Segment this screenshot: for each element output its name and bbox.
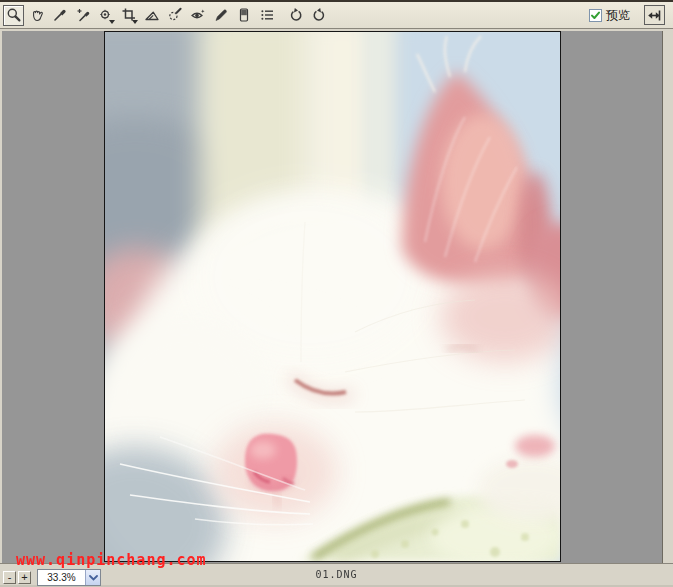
rotate-right-button[interactable]	[308, 5, 329, 26]
crop-tool-button[interactable]	[118, 5, 139, 26]
rotate-cw-icon	[311, 7, 327, 23]
dropdown-arrow-icon	[132, 20, 138, 24]
hand-icon	[29, 7, 45, 23]
adjustment-brush-tool-button[interactable]	[210, 5, 231, 26]
preferences-button[interactable]	[256, 5, 277, 26]
preview-label: 预览	[606, 7, 630, 24]
magnifier-icon	[6, 7, 22, 23]
dropdown-arrow-icon	[109, 20, 115, 24]
color-sampler-tool-button[interactable]	[72, 5, 93, 26]
straighten-tool-button[interactable]	[141, 5, 162, 26]
hand-tool-button[interactable]	[26, 5, 47, 26]
toolbar: 预览	[0, 0, 673, 29]
watermark: www.qinpinchang.com	[16, 551, 207, 569]
white-balance-tool-button[interactable]	[49, 5, 70, 26]
graduated-filter-icon	[236, 7, 252, 23]
targeted-adjustment-tool-button[interactable]	[95, 5, 116, 26]
preview-checkbox[interactable]	[589, 9, 602, 22]
preview-group: 预览	[589, 7, 630, 24]
camera-raw-window: 预览	[0, 0, 673, 587]
photo-preview[interactable]	[104, 31, 561, 562]
preview-canvas	[2, 31, 663, 563]
toggle-fullscreen-button[interactable]	[644, 5, 665, 25]
straighten-icon	[144, 7, 160, 23]
preferences-list-icon	[259, 7, 275, 23]
zoom-tool-button[interactable]	[3, 5, 24, 26]
red-eye-icon	[190, 7, 206, 23]
eyedropper-icon	[52, 7, 68, 23]
rotate-left-button[interactable]	[285, 5, 306, 26]
spot-removal-icon	[167, 7, 183, 23]
kitten-photo	[105, 32, 560, 561]
brush-icon	[213, 7, 229, 23]
color-sampler-icon	[75, 7, 91, 23]
red-eye-removal-tool-button[interactable]	[187, 5, 208, 26]
rotate-ccw-icon	[288, 7, 304, 23]
toggle-fullscreen-icon	[647, 9, 662, 22]
checkmark-icon	[590, 10, 601, 21]
spot-removal-tool-button[interactable]	[164, 5, 185, 26]
graduated-filter-tool-button[interactable]	[233, 5, 254, 26]
filename-label: 01.DNG	[0, 569, 673, 580]
